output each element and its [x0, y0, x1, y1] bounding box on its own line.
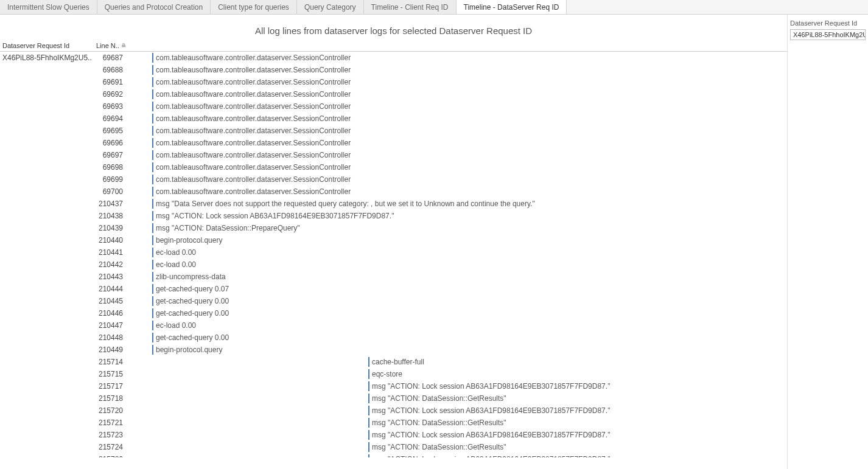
timeline-mark[interactable] — [368, 442, 369, 452]
table-row[interactable]: 215721msg "ACTION: DataSession::GetResul… — [0, 417, 787, 429]
timeline-mark[interactable] — [152, 53, 153, 63]
table-row[interactable]: 210439msg "ACTION: DataSession::PrepareQ… — [0, 222, 787, 234]
timeline-mark[interactable] — [152, 333, 153, 342]
timeline-mark[interactable] — [368, 430, 369, 440]
timeline-mark[interactable] — [152, 102, 153, 111]
table-row[interactable]: 215714cache-buffer-full — [0, 356, 787, 368]
table-row[interactable]: 215715eqc-store — [0, 368, 787, 380]
tab-timeline-dataserver-req-id[interactable]: Timeline - DataServer Req ID — [457, 0, 567, 14]
table-row[interactable]: 210438msg "ACTION: Lock session AB63A1FD… — [0, 210, 787, 222]
timeline-mark[interactable] — [368, 418, 369, 428]
table-row[interactable]: 210448get-cached-query 0.00 — [0, 332, 787, 344]
timeline-mark[interactable] — [152, 77, 153, 87]
tab-timeline-client-req-id[interactable]: Timeline - Client Req ID — [364, 0, 457, 14]
cell-reqid — [0, 173, 96, 186]
tab-client-type-for-queries[interactable]: Client type for queries — [211, 0, 297, 14]
header-reqid[interactable]: Dataserver Request Id — [0, 42, 96, 49]
main-view: All log lines from dataserver logs for s… — [0, 15, 787, 469]
timeline-mark[interactable] — [152, 345, 153, 355]
table-row[interactable]: 69699com.tableausoftware.controller.data… — [0, 173, 787, 186]
cell-line-number: 215723 — [96, 429, 128, 441]
table-row[interactable]: 215717msg "ACTION: Lock session AB63A1FD… — [0, 380, 787, 392]
timeline-mark[interactable] — [152, 175, 153, 184]
table-row[interactable]: X46PiL88-5FhhoIKMg2U5..69687com.tableaus… — [0, 52, 787, 64]
table-row[interactable]: 210440begin-protocol.query — [0, 234, 787, 246]
timeline-mark[interactable] — [152, 211, 153, 221]
table-row[interactable]: 69700com.tableausoftware.controller.data… — [0, 186, 787, 198]
cell-line-number: 69694 — [96, 113, 128, 125]
table-row[interactable]: 210441ec-load 0.00 — [0, 246, 787, 259]
cell-reqid — [0, 125, 96, 137]
timeline-label: msg "ACTION: DataSession::GetResults" — [372, 417, 506, 429]
cell-timeline: msg "ACTION: DataSession::GetResults" — [128, 392, 787, 405]
timeline-mark[interactable] — [152, 150, 153, 160]
timeline-mark[interactable] — [152, 114, 153, 123]
data-rows[interactable]: X46PiL88-5FhhoIKMg2U5..69687com.tableaus… — [0, 52, 787, 457]
timeline-mark[interactable] — [152, 248, 153, 257]
cell-reqid — [0, 271, 96, 283]
timeline-mark[interactable] — [368, 357, 369, 367]
table-row[interactable]: 215723msg "ACTION: Lock session AB63A1FD… — [0, 429, 787, 441]
timeline-mark[interactable] — [152, 308, 153, 318]
timeline-mark[interactable] — [152, 321, 153, 330]
table-row[interactable]: 69688com.tableausoftware.controller.data… — [0, 64, 787, 76]
timeline-mark[interactable] — [368, 394, 369, 403]
cell-timeline: zlib-uncompress-data — [128, 271, 787, 283]
timeline-mark[interactable] — [368, 381, 369, 391]
table-row[interactable]: 69698com.tableausoftware.controller.data… — [0, 161, 787, 173]
table-row[interactable]: 210444get-cached-query 0.07 — [0, 283, 787, 295]
table-row[interactable]: 210446get-cached-query 0.00 — [0, 307, 787, 319]
table-row[interactable]: 69696com.tableausoftware.controller.data… — [0, 137, 787, 149]
table-row[interactable]: 210445get-cached-query 0.00 — [0, 295, 787, 307]
table-row[interactable]: 210447ec-load 0.00 — [0, 319, 787, 332]
timeline-mark[interactable] — [152, 272, 153, 282]
header-line[interactable]: Line N..≞ — [96, 42, 133, 49]
timeline-mark[interactable] — [152, 235, 153, 245]
timeline-mark[interactable] — [152, 162, 153, 172]
timeline-mark[interactable] — [152, 260, 153, 269]
tab-query-category[interactable]: Query Category — [297, 0, 364, 14]
filter-value[interactable]: X46PiL88-5FhhoIKMg2U — [790, 29, 866, 40]
table-row[interactable]: 69692com.tableausoftware.controller.data… — [0, 88, 787, 100]
table-row[interactable]: 215724msg "ACTION: DataSession::GetResul… — [0, 441, 787, 453]
cell-reqid — [0, 246, 96, 259]
table-row[interactable]: 210437msg "Data Server does not support … — [0, 198, 787, 210]
timeline-mark[interactable] — [152, 138, 153, 148]
table-row[interactable]: 69695com.tableausoftware.controller.data… — [0, 125, 787, 137]
timeline-label: com.tableausoftware.controller.dataserve… — [156, 186, 351, 198]
tab-intermittent-slow-queries[interactable]: Intermittent Slow Queries — [0, 0, 97, 14]
table-row[interactable]: 69693com.tableausoftware.controller.data… — [0, 100, 787, 113]
cell-timeline: com.tableausoftware.controller.dataserve… — [128, 88, 787, 100]
cell-line-number: 69697 — [96, 149, 128, 161]
timeline-mark[interactable] — [152, 223, 153, 233]
cell-timeline: msg "Data Server does not support the re… — [128, 198, 787, 210]
tab-queries-and-protocol-creation[interactable]: Queries and Protocol Creation — [97, 0, 211, 14]
table-row[interactable]: 210442ec-load 0.00 — [0, 259, 787, 271]
timeline-mark[interactable] — [152, 65, 153, 75]
sort-ascending-icon[interactable]: ≞ — [121, 43, 126, 49]
table-row[interactable]: 69694com.tableausoftware.controller.data… — [0, 113, 787, 125]
timeline-label: msg "ACTION: DataSession::PrepareQuery" — [156, 222, 300, 234]
filter-panel: Dataserver Request Id X46PiL88-5FhhoIKMg… — [787, 15, 868, 469]
timeline-mark[interactable] — [152, 126, 153, 136]
worksheet-tabs: Intermittent Slow QueriesQueries and Pro… — [0, 0, 868, 15]
table-row[interactable]: 69697com.tableausoftware.controller.data… — [0, 149, 787, 161]
timeline-mark[interactable] — [368, 369, 369, 379]
timeline-mark[interactable] — [368, 454, 369, 457]
table-row[interactable]: 215718msg "ACTION: DataSession::GetResul… — [0, 392, 787, 405]
table-row[interactable]: 210449begin-protocol.query — [0, 344, 787, 356]
timeline-mark[interactable] — [152, 296, 153, 306]
timeline-mark[interactable] — [152, 199, 153, 209]
cell-timeline: begin-protocol.query — [128, 344, 787, 356]
timeline-mark[interactable] — [152, 284, 153, 294]
timeline-mark[interactable] — [152, 89, 153, 99]
cell-reqid — [0, 295, 96, 307]
table-row[interactable]: 210443zlib-uncompress-data — [0, 271, 787, 283]
table-row[interactable]: 69691com.tableausoftware.controller.data… — [0, 76, 787, 88]
table-row[interactable]: 215726msg "ACTION: Lock session AB63A1FD… — [0, 453, 787, 457]
cell-line-number: 215724 — [96, 441, 128, 453]
timeline-mark[interactable] — [152, 187, 153, 196]
table-row[interactable]: 215720msg "ACTION: Lock session AB63A1FD… — [0, 405, 787, 417]
timeline-mark[interactable] — [368, 406, 369, 415]
cell-line-number: 210447 — [96, 319, 128, 332]
